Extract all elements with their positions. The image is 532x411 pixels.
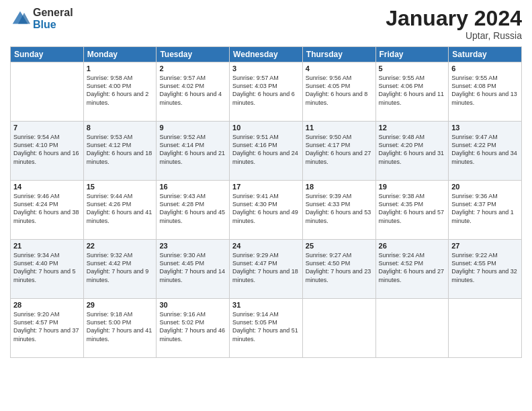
day-number: 10 (232, 124, 300, 132)
day-info: Sunrise: 9:16 AM Sunset: 5:02 PM Dayligh… (159, 310, 226, 343)
calendar-cell: 4Sunrise: 9:56 AM Sunset: 4:05 PM Daylig… (302, 62, 375, 122)
calendar-cell: 10Sunrise: 9:51 AM Sunset: 4:16 PM Dayli… (230, 122, 303, 181)
calendar-cell: 31Sunrise: 9:14 AM Sunset: 5:05 PM Dayli… (230, 299, 303, 358)
location: Uptar, Russia (386, 30, 522, 41)
calendar-week-4: 28Sunrise: 9:20 AM Sunset: 4:57 PM Dayli… (11, 299, 522, 358)
day-info: Sunrise: 9:22 AM Sunset: 4:55 PM Dayligh… (451, 251, 519, 284)
calendar-cell: 21Sunrise: 9:34 AM Sunset: 4:40 PM Dayli… (11, 240, 84, 299)
day-info: Sunrise: 9:44 AM Sunset: 4:26 PM Dayligh… (87, 192, 154, 225)
calendar-cell: 12Sunrise: 9:48 AM Sunset: 4:20 PM Dayli… (375, 122, 449, 181)
calendar-cell: 23Sunrise: 9:30 AM Sunset: 4:45 PM Dayli… (157, 240, 230, 299)
day-number: 23 (159, 242, 226, 250)
calendar-header-row: Sunday Monday Tuesday Wednesday Thursday… (11, 47, 522, 62)
calendar-week-1: 7Sunrise: 9:54 AM Sunset: 4:10 PM Daylig… (11, 122, 522, 181)
day-info: Sunrise: 9:55 AM Sunset: 4:06 PM Dayligh… (379, 74, 446, 107)
day-info: Sunrise: 9:57 AM Sunset: 4:02 PM Dayligh… (159, 74, 226, 107)
day-info: Sunrise: 9:24 AM Sunset: 4:52 PM Dayligh… (379, 251, 446, 284)
day-info: Sunrise: 9:43 AM Sunset: 4:28 PM Dayligh… (159, 192, 226, 225)
calendar-cell (375, 299, 449, 358)
day-number: 3 (232, 64, 300, 73)
calendar-week-2: 14Sunrise: 9:46 AM Sunset: 4:24 PM Dayli… (11, 181, 522, 240)
day-number: 25 (306, 242, 373, 250)
calendar-cell: 15Sunrise: 9:44 AM Sunset: 4:26 PM Dayli… (83, 181, 157, 240)
day-info: Sunrise: 9:54 AM Sunset: 4:10 PM Dayligh… (13, 133, 81, 166)
day-number: 31 (232, 301, 300, 309)
day-number: 24 (232, 242, 300, 250)
day-info: Sunrise: 9:39 AM Sunset: 4:33 PM Dayligh… (306, 192, 373, 225)
logo-text: General Blue (33, 7, 73, 31)
day-info: Sunrise: 9:27 AM Sunset: 4:50 PM Dayligh… (306, 251, 373, 284)
day-number: 7 (13, 124, 81, 132)
calendar-cell: 6Sunrise: 9:55 AM Sunset: 4:08 PM Daylig… (449, 62, 522, 122)
title-area: January 2024 Uptar, Russia (386, 7, 522, 41)
calendar-cell: 16Sunrise: 9:43 AM Sunset: 4:28 PM Dayli… (157, 181, 230, 240)
day-number: 6 (451, 64, 519, 73)
calendar-cell: 5Sunrise: 9:55 AM Sunset: 4:06 PM Daylig… (375, 62, 449, 122)
day-number: 29 (87, 301, 154, 309)
calendar-week-3: 21Sunrise: 9:34 AM Sunset: 4:40 PM Dayli… (11, 240, 522, 299)
day-number: 26 (379, 242, 446, 250)
day-number: 19 (379, 183, 446, 191)
col-saturday: Saturday (449, 47, 522, 62)
day-number: 22 (87, 242, 154, 250)
day-number: 21 (13, 242, 81, 250)
page: General Blue January 2024 Uptar, Russia … (0, 0, 532, 411)
day-info: Sunrise: 9:20 AM Sunset: 4:57 PM Dayligh… (13, 310, 81, 343)
day-number: 5 (379, 64, 446, 73)
col-monday: Monday (83, 47, 157, 62)
day-info: Sunrise: 9:51 AM Sunset: 4:16 PM Dayligh… (232, 133, 300, 166)
calendar-cell: 29Sunrise: 9:18 AM Sunset: 5:00 PM Dayli… (83, 299, 157, 358)
calendar-cell: 18Sunrise: 9:39 AM Sunset: 4:33 PM Dayli… (302, 181, 375, 240)
day-info: Sunrise: 9:32 AM Sunset: 4:42 PM Dayligh… (87, 251, 154, 284)
calendar-cell: 1Sunrise: 9:58 AM Sunset: 4:00 PM Daylig… (83, 62, 157, 122)
logo: General Blue (10, 7, 73, 31)
day-number: 13 (451, 124, 519, 132)
day-info: Sunrise: 9:14 AM Sunset: 5:05 PM Dayligh… (232, 310, 300, 343)
col-friday: Friday (375, 47, 449, 62)
calendar-cell: 11Sunrise: 9:50 AM Sunset: 4:17 PM Dayli… (302, 122, 375, 181)
day-info: Sunrise: 9:29 AM Sunset: 4:47 PM Dayligh… (232, 251, 300, 284)
calendar-table: Sunday Monday Tuesday Wednesday Thursday… (10, 46, 522, 358)
day-number: 4 (306, 64, 373, 73)
day-info: Sunrise: 9:56 AM Sunset: 4:05 PM Dayligh… (306, 74, 373, 107)
day-info: Sunrise: 9:52 AM Sunset: 4:14 PM Dayligh… (159, 133, 226, 166)
day-info: Sunrise: 9:46 AM Sunset: 4:24 PM Dayligh… (13, 192, 81, 225)
day-number: 18 (306, 183, 373, 191)
day-number: 1 (87, 64, 154, 73)
calendar-cell: 25Sunrise: 9:27 AM Sunset: 4:50 PM Dayli… (302, 240, 375, 299)
day-info: Sunrise: 9:41 AM Sunset: 4:30 PM Dayligh… (232, 192, 300, 225)
calendar-cell: 22Sunrise: 9:32 AM Sunset: 4:42 PM Dayli… (83, 240, 157, 299)
day-number: 11 (306, 124, 373, 132)
calendar-cell: 17Sunrise: 9:41 AM Sunset: 4:30 PM Dayli… (230, 181, 303, 240)
calendar-cell: 14Sunrise: 9:46 AM Sunset: 4:24 PM Dayli… (11, 181, 84, 240)
day-number: 2 (159, 64, 226, 73)
calendar-cell: 19Sunrise: 9:38 AM Sunset: 4:35 PM Dayli… (375, 181, 449, 240)
day-number: 12 (379, 124, 446, 132)
day-info: Sunrise: 9:34 AM Sunset: 4:40 PM Dayligh… (13, 251, 81, 284)
day-info: Sunrise: 9:38 AM Sunset: 4:35 PM Dayligh… (379, 192, 446, 225)
logo-icon (10, 9, 30, 29)
calendar-cell: 26Sunrise: 9:24 AM Sunset: 4:52 PM Dayli… (375, 240, 449, 299)
calendar-cell: 3Sunrise: 9:57 AM Sunset: 4:03 PM Daylig… (230, 62, 303, 122)
calendar-cell (302, 299, 375, 358)
calendar-cell: 28Sunrise: 9:20 AM Sunset: 4:57 PM Dayli… (11, 299, 84, 358)
calendar-cell: 20Sunrise: 9:36 AM Sunset: 4:37 PM Dayli… (449, 181, 522, 240)
day-number: 28 (13, 301, 81, 309)
calendar-cell: 9Sunrise: 9:52 AM Sunset: 4:14 PM Daylig… (157, 122, 230, 181)
day-number: 14 (13, 183, 81, 191)
day-info: Sunrise: 9:30 AM Sunset: 4:45 PM Dayligh… (159, 251, 226, 284)
col-thursday: Thursday (302, 47, 375, 62)
logo-blue-text: Blue (33, 19, 73, 31)
day-number: 27 (451, 242, 519, 250)
day-info: Sunrise: 9:58 AM Sunset: 4:00 PM Dayligh… (87, 74, 154, 107)
day-number: 30 (159, 301, 226, 309)
calendar-cell: 13Sunrise: 9:47 AM Sunset: 4:22 PM Dayli… (449, 122, 522, 181)
day-info: Sunrise: 9:48 AM Sunset: 4:20 PM Dayligh… (379, 133, 446, 166)
day-info: Sunrise: 9:36 AM Sunset: 4:37 PM Dayligh… (451, 192, 519, 225)
day-info: Sunrise: 9:57 AM Sunset: 4:03 PM Dayligh… (232, 74, 300, 107)
calendar-cell: 7Sunrise: 9:54 AM Sunset: 4:10 PM Daylig… (11, 122, 84, 181)
col-wednesday: Wednesday (230, 47, 303, 62)
logo-general-text: General (33, 7, 73, 19)
calendar-week-0: 1Sunrise: 9:58 AM Sunset: 4:00 PM Daylig… (11, 62, 522, 122)
month-year: January 2024 (386, 7, 522, 30)
